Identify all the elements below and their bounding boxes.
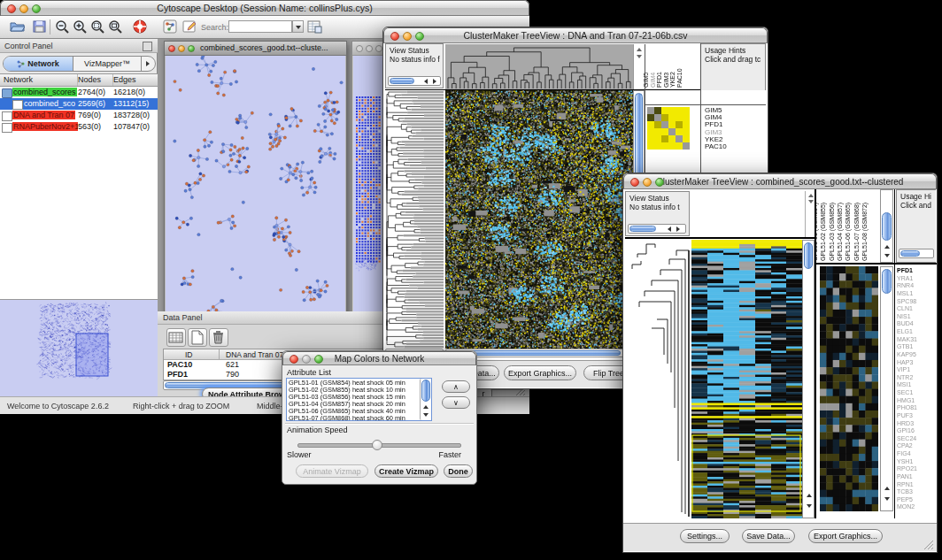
attribute-list[interactable]: GPL51-01 (GSM854) heat shock 05 minGPL51…: [286, 378, 432, 421]
gene-label[interactable]: CPA2: [897, 442, 936, 450]
heatmap-canvas[interactable]: [691, 240, 802, 518]
usage-hints-scrollbar[interactable]: [899, 249, 934, 258]
gene-dendrogram[interactable]: [385, 90, 444, 349]
gene-label[interactable]: RPN1: [897, 481, 936, 489]
gene-label[interactable]: YSH1: [897, 458, 936, 466]
titlebar-treeview-combined[interactable]: ClusterMaker TreeView : combined_scores_…: [623, 173, 937, 189]
gene-label[interactable]: MAK31: [897, 336, 936, 344]
minimize-button[interactable]: [403, 32, 412, 41]
gene-label[interactable]: CLN1: [897, 305, 936, 313]
gene-label[interactable]: ELG1: [897, 328, 936, 336]
zoom-in-icon[interactable]: [73, 19, 88, 35]
minimize-button[interactable]: [302, 355, 311, 364]
table-icon[interactable]: [166, 328, 186, 347]
float-panel-icon[interactable]: [143, 42, 152, 51]
column-label[interactable]: GPL51-08 (GSM872): [861, 203, 868, 261]
gene-label[interactable]: PHO81: [897, 404, 936, 412]
gene-label[interactable]: GIM4: [705, 114, 763, 121]
column-label[interactable]: PAC10: [676, 68, 683, 88]
gene-label[interactable]: VIP1: [897, 366, 936, 374]
search-input[interactable]: [228, 20, 292, 33]
gene-label[interactable]: KAP95: [897, 351, 936, 359]
done-button[interactable]: Done: [444, 464, 473, 478]
create-vizmap-button[interactable]: Create Vizmap: [374, 464, 438, 478]
search-dropdown[interactable]: [292, 20, 304, 33]
titlebar-map-colors[interactable]: Map Colors to Network: [282, 351, 476, 365]
gene-dendrogram[interactable]: [625, 240, 691, 518]
gene-label[interactable]: PFD1: [705, 121, 763, 128]
column-label[interactable]: GIM3: [663, 73, 669, 88]
zoom-button[interactable]: [415, 32, 424, 41]
network-modify-icon[interactable]: [163, 19, 178, 35]
close-button[interactable]: [290, 355, 298, 364]
attribute-browser-icon[interactable]: [307, 19, 322, 35]
zoom-out-icon[interactable]: [55, 19, 70, 35]
column-label[interactable]: GPL51-06 (GSM865): [845, 203, 851, 261]
minimize-button[interactable]: [366, 45, 373, 52]
move-down-button[interactable]: ∨: [442, 396, 470, 409]
gene-label[interactable]: RNR4: [897, 282, 936, 290]
gene-label[interactable]: YRA1: [897, 275, 936, 283]
column-labels-scrollbar[interactable]: [880, 189, 893, 263]
help-icon[interactable]: [133, 19, 148, 35]
settings-button[interactable]: Settings...: [680, 529, 730, 543]
slider-thumb[interactable]: [372, 440, 382, 450]
titlebar-cytoscape[interactable]: Cytoscape Desktop (Session Name: collins…: [0, 0, 529, 16]
column-label[interactable]: GPL51-02 (GSM855): [820, 203, 826, 261]
close-button[interactable]: [168, 45, 175, 52]
column-label[interactable]: GPL51-03 (GSM856): [829, 203, 835, 261]
tab-vizmapper[interactable]: VizMapper™: [73, 57, 141, 71]
heatmap-vscrollbar[interactable]: [802, 240, 815, 518]
column-label[interactable]: GIM4: [650, 73, 656, 88]
attribute-item[interactable]: GPL51-07 (GSM868) heat shock 60 min: [289, 415, 405, 421]
gene-label[interactable]: PFD1: [897, 267, 936, 275]
animation-slider[interactable]: [297, 443, 461, 448]
open-file-icon[interactable]: [10, 19, 25, 35]
minimize-button[interactable]: [643, 178, 652, 187]
gene-label[interactable]: GTB1: [897, 343, 936, 351]
network-overview-thumbnail[interactable]: [0, 299, 158, 397]
network-column-header[interactable]: Nodes: [78, 75, 101, 84]
annotation-icon[interactable]: [182, 19, 197, 35]
zoom-button[interactable]: [314, 355, 323, 364]
minimize-button[interactable]: [19, 4, 28, 13]
network-column-header[interactable]: Network: [4, 75, 33, 84]
delete-attribute-icon[interactable]: [209, 328, 228, 347]
column-dendrogram[interactable]: [445, 44, 633, 89]
zoom-button[interactable]: [375, 45, 382, 52]
zoom-selected-icon[interactable]: [90, 19, 105, 35]
close-button[interactable]: [390, 32, 399, 41]
minimize-button[interactable]: [178, 45, 185, 52]
gene-label[interactable]: HRD3: [897, 420, 936, 428]
view-status-scrollbar[interactable]: [628, 224, 686, 234]
new-attribute-icon[interactable]: [188, 328, 207, 347]
gene-label[interactable]: PAN1: [897, 473, 936, 481]
zoom-button[interactable]: [655, 178, 664, 187]
gene-label[interactable]: BUD4: [897, 320, 936, 328]
tab-overflow-arrow[interactable]: [141, 57, 155, 71]
gene-label[interactable]: MSI1: [897, 381, 936, 389]
column-header-id[interactable]: ID: [185, 350, 193, 359]
gene-label[interactable]: PAC10: [705, 143, 763, 150]
gene-label[interactable]: PEP5: [897, 496, 936, 504]
move-up-button[interactable]: ∧: [442, 380, 470, 393]
heatmap-canvas[interactable]: [445, 90, 633, 349]
gene-label[interactable]: GIM3: [705, 129, 763, 136]
close-button[interactable]: [7, 4, 16, 13]
save-icon[interactable]: [32, 19, 47, 35]
network-view-canvas[interactable]: [166, 56, 345, 318]
gene-label[interactable]: YKE2: [705, 136, 763, 143]
tab-network[interactable]: Network: [4, 57, 73, 71]
gene-label[interactable]: NIS1: [897, 313, 936, 321]
gene-label[interactable]: FIG4: [897, 450, 936, 458]
export-graphics-button[interactable]: Export Graphics...: [504, 365, 576, 380]
gene-label[interactable]: HMG1: [897, 397, 936, 405]
close-button[interactable]: [356, 45, 363, 52]
gene-label[interactable]: HAP3: [897, 359, 936, 367]
gene-label[interactable]: NTR2: [897, 374, 936, 382]
column-label[interactable]: GPL51-07 (GSM868): [853, 203, 860, 261]
resize-grip[interactable]: [923, 539, 934, 550]
network-view-canvas-2[interactable]: [353, 56, 382, 318]
column-label[interactable]: GPL51-01 (GSM854): [816, 203, 818, 261]
zoom-button[interactable]: [188, 45, 195, 52]
